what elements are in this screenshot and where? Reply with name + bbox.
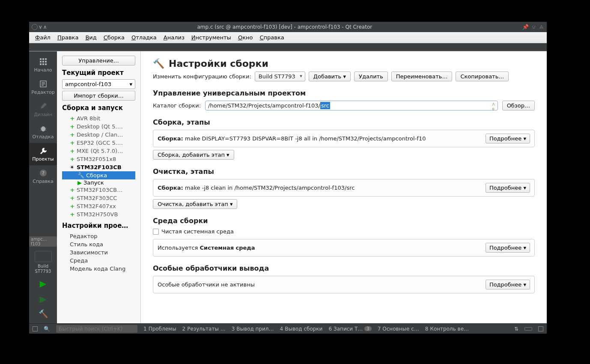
menubar: Файл Правка Вид Сборка Отладка Анализ Ин… bbox=[29, 32, 547, 43]
project-short-label: ampc…f103 bbox=[29, 236, 57, 247]
minimize-window-button[interactable]: ∨ bbox=[39, 24, 42, 30]
delete-config-button[interactable]: Удалить bbox=[354, 72, 388, 81]
plus-icon: + bbox=[70, 156, 75, 162]
add-config-button[interactable]: Добавить ▾ bbox=[309, 72, 351, 81]
run-button[interactable]: ▶ bbox=[40, 278, 46, 289]
output-tab-build[interactable]: 4 Вывод сборки bbox=[280, 326, 323, 332]
build-step-details-button[interactable]: Подробнее ▾ bbox=[486, 134, 530, 143]
setting-clangmodel[interactable]: Модель кода Clang bbox=[62, 265, 135, 273]
sort-icon[interactable]: ⇅ bbox=[514, 326, 518, 332]
chevron-down-icon: ▾ bbox=[129, 81, 132, 87]
plus-icon: + bbox=[70, 123, 75, 130]
menu-help[interactable]: Справка bbox=[256, 33, 287, 42]
shade-icon[interactable]: ⩒ bbox=[531, 24, 536, 30]
output-tab-tests[interactable]: 6 Записи Т… 3 bbox=[328, 326, 371, 332]
build-dir-label: Каталог сборки: bbox=[153, 102, 201, 109]
mode-welcome[interactable]: Начало bbox=[29, 54, 57, 76]
current-project-title: Текущий проект bbox=[62, 69, 135, 77]
build-dir-input[interactable]: /home/STM32/Projects/ampcontrol-f103/src… bbox=[205, 101, 498, 110]
svg-rect-0 bbox=[40, 58, 42, 60]
gear-icon: ✴ bbox=[70, 164, 75, 170]
menu-build[interactable]: Сборка bbox=[100, 33, 128, 42]
chip-icon[interactable] bbox=[35, 251, 52, 262]
svg-rect-1 bbox=[42, 58, 44, 60]
project-sidebar: Управление… Текущий проект ampcontrol-f1… bbox=[57, 51, 141, 323]
clean-env-checkbox[interactable] bbox=[153, 229, 159, 235]
run-debug-button[interactable]: ▶ bbox=[40, 294, 46, 304]
output-tab-vcs[interactable]: 8 Контроль ве… bbox=[425, 326, 469, 332]
plus-icon: + bbox=[70, 131, 75, 138]
menu-file[interactable]: Файл bbox=[32, 33, 54, 42]
mode-projects[interactable]: Проекты bbox=[29, 143, 57, 165]
kit-item[interactable]: +STM32F051x8 bbox=[62, 155, 135, 163]
kit-run-subitem[interactable]: ▶Запуск bbox=[62, 179, 135, 186]
svg-rect-8 bbox=[45, 63, 47, 65]
output-tab-app[interactable]: 3 Вывод прил… bbox=[232, 326, 274, 332]
kit-item[interactable]: +AVR 8bit bbox=[62, 114, 135, 122]
add-clean-step-button[interactable]: Очистка, добавить этап ▾ bbox=[153, 199, 237, 209]
right-pane-toggle[interactable] bbox=[538, 326, 543, 331]
browse-button[interactable]: Обзор… bbox=[502, 101, 535, 110]
menu-tools[interactable]: Инструменты bbox=[188, 33, 235, 42]
input-locale-icon: Aв bbox=[492, 102, 495, 111]
menu-debug[interactable]: Отладка bbox=[128, 33, 160, 42]
kit-item[interactable]: +Desktop (Qt 5.… bbox=[62, 122, 135, 131]
kit-item[interactable]: +STM32F407xx bbox=[62, 202, 135, 210]
close-window-button[interactable] bbox=[32, 24, 38, 30]
kit-item-active[interactable]: ✴STM32F103CB bbox=[62, 163, 135, 171]
generic-project-title: Управление универсальным проектом bbox=[153, 89, 535, 97]
build-config-label: Изменить конфигурацию сборки: bbox=[153, 73, 251, 80]
mode-help[interactable]: ? Справка bbox=[29, 165, 57, 188]
kit-item[interactable]: +ESP32 (GCC 5.… bbox=[62, 139, 135, 147]
wrench-icon bbox=[39, 146, 48, 155]
build-hammer-icon[interactable]: 🔨 bbox=[39, 309, 48, 318]
kit-build-subitem[interactable]: 🔧Сборка bbox=[62, 171, 135, 179]
kit-item[interactable]: +MXE (Qt 5.7.0)… bbox=[62, 147, 135, 155]
mode-design[interactable]: Дизайн bbox=[29, 98, 57, 121]
titlebar: ∨ ∧ amp.c (src @ ampcontrol-f103) [dev] … bbox=[29, 22, 547, 32]
import-build-button[interactable]: Импорт сборки… bbox=[62, 91, 135, 101]
parsers-details-button[interactable]: Подробнее ▾ bbox=[486, 280, 530, 289]
kit-item[interactable]: +STM32H750VB bbox=[62, 210, 135, 218]
menu-edit[interactable]: Правка bbox=[54, 33, 82, 42]
setting-editor[interactable]: Редактор bbox=[62, 232, 135, 240]
output-tab-general[interactable]: 7 Основные с… bbox=[378, 326, 419, 332]
kit-item[interactable]: +STM32F103CB… bbox=[62, 186, 135, 194]
menu-analyze[interactable]: Анализ bbox=[160, 33, 188, 42]
menu-window[interactable]: Окно bbox=[235, 33, 256, 42]
add-build-step-button[interactable]: Сборка, добавить этап ▾ bbox=[153, 150, 234, 160]
pin-icon[interactable]: 📌 bbox=[522, 24, 529, 30]
rename-config-button[interactable]: Переименовать… bbox=[391, 72, 453, 81]
setting-env[interactable]: Среда bbox=[62, 257, 135, 265]
svg-rect-4 bbox=[42, 61, 44, 63]
output-tab-search[interactable]: 2 Результаты … bbox=[182, 326, 226, 332]
kit-list: +AVR 8bit +Desktop (Qt 5.… +Desktop / Cl… bbox=[62, 114, 135, 218]
mode-editor[interactable]: Редактор bbox=[29, 76, 57, 98]
parsers-row: Особые обработчики не активны Подробнее … bbox=[153, 276, 535, 293]
maximize-window-button[interactable]: ∧ bbox=[43, 24, 47, 30]
up-icon[interactable]: ⩓ bbox=[539, 24, 544, 30]
output-tab-issues[interactable]: 1 Проблемы bbox=[143, 326, 176, 332]
setting-codestyle[interactable]: Стиль кода bbox=[62, 240, 135, 248]
svg-point-10 bbox=[41, 126, 45, 131]
plus-icon: + bbox=[70, 148, 75, 154]
manage-button[interactable]: Управление… bbox=[62, 56, 135, 66]
setting-deps[interactable]: Зависимости bbox=[62, 248, 135, 257]
progress-bar-icon[interactable] bbox=[524, 327, 532, 331]
build-config-selector[interactable]: Build ST7793 bbox=[255, 72, 305, 81]
edit-icon bbox=[39, 80, 48, 88]
svg-text:?: ? bbox=[42, 170, 45, 176]
clean-step-details-button[interactable]: Подробнее ▾ bbox=[486, 183, 530, 193]
menu-view[interactable]: Вид bbox=[82, 33, 100, 42]
kit-item[interactable]: +Desktop / Clan… bbox=[62, 131, 135, 139]
kit-item[interactable]: +STM32F303CC bbox=[62, 194, 135, 202]
copy-config-button[interactable]: Скопировать… bbox=[456, 72, 509, 81]
output-pane-toggle[interactable] bbox=[33, 326, 38, 331]
env-details-button[interactable]: Подробнее ▾ bbox=[486, 243, 530, 253]
parsers-title: Особые обработчики вывода bbox=[153, 264, 535, 272]
svg-rect-7 bbox=[42, 63, 44, 65]
plus-icon: + bbox=[70, 211, 75, 218]
quick-search-input[interactable] bbox=[56, 325, 137, 333]
project-selector[interactable]: ampcontrol-f103 ▾ bbox=[62, 79, 135, 89]
mode-debug[interactable]: Отладка bbox=[29, 121, 57, 143]
